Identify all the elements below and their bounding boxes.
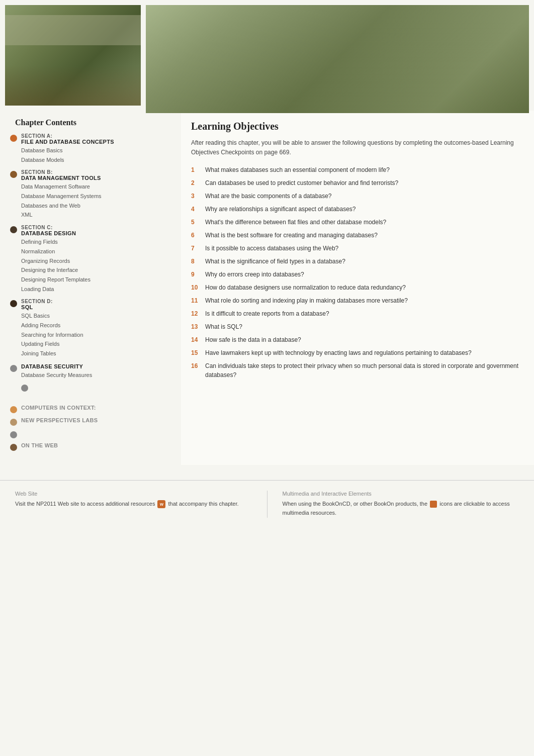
objective-item: 16 Can individuals take steps to protect… — [191, 361, 519, 380]
section-a-label: SECTION A: — [21, 133, 171, 139]
new-perspectives-icon — [10, 419, 17, 426]
list-item[interactable]: Searching for Information — [21, 330, 171, 340]
list-item[interactable]: Database Models — [21, 155, 171, 165]
top-right-image — [146, 5, 529, 113]
on-the-web-block: ON THE WEB — [10, 442, 171, 451]
obj-text: What makes databases such an essential c… — [205, 165, 390, 174]
section-d-title: SQL — [21, 304, 171, 310]
top-left-image — [5, 5, 141, 106]
list-item[interactable]: Updating Fields — [21, 339, 171, 349]
obj-number: 10 — [191, 283, 201, 292]
list-item[interactable]: Database Basics — [21, 146, 171, 155]
multimedia-title: Multimedia and Interactive Elements — [283, 491, 519, 497]
learning-objectives-title: Learning Objectives — [191, 121, 519, 132]
obj-number: 1 — [191, 165, 201, 174]
obj-text: What is SQL? — [205, 322, 242, 331]
chapter-contents-title: Chapter Contents — [10, 118, 171, 127]
section-a-dot — [10, 135, 17, 142]
objective-item: 7 Is it possible to access databases usi… — [191, 244, 519, 253]
objective-item: 14 How safe is the data in a database? — [191, 335, 519, 344]
obj-text: Can databases be used to predict custome… — [205, 178, 398, 187]
list-item[interactable]: XML — [21, 210, 171, 220]
list-item[interactable]: Database Management Systems — [21, 192, 171, 201]
obj-text: Why do errors creep into databases? — [205, 270, 304, 279]
objective-item: 3 What are the basic components of a dat… — [191, 192, 519, 201]
list-item[interactable]: Defining Fields — [21, 237, 171, 247]
section-a-content: SECTION A: FILE AND DATABASE CONCEPTS Da… — [21, 133, 171, 164]
objective-item: 8 What is the significance of field type… — [191, 257, 519, 266]
empty-dot — [21, 385, 28, 392]
obj-number: 7 — [191, 244, 201, 253]
objective-item: 9 Why do errors creep into databases? — [191, 270, 519, 279]
list-item[interactable]: Data Management Software — [21, 182, 171, 192]
objective-item: 1 What makes databases such an essential… — [191, 165, 519, 174]
website-text-1: Visit the NP2011 Web site to access addi… — [15, 501, 155, 507]
objective-item: 11 What role do sorting and indexing pla… — [191, 296, 519, 305]
section-d-items: SQL Basics Adding Records Searching for … — [21, 311, 171, 358]
multimedia-text: When using the BookOnCD, or other BookOn… — [283, 500, 519, 517]
obj-text: Can individuals take steps to protect th… — [205, 361, 519, 380]
objective-item: 6 What is the best software for creating… — [191, 231, 519, 240]
obj-number: 14 — [191, 335, 201, 344]
section-c-content: SECTION C: DATABASE DESIGN Defining Fiel… — [21, 225, 171, 294]
obj-text: What role do sorting and indexing play i… — [205, 296, 408, 305]
section-e-items: Database Security Measures — [21, 370, 171, 380]
list-item[interactable]: Designing the Interface — [21, 265, 171, 275]
dot-only-block — [10, 430, 171, 438]
sidebar: Chapter Contents SECTION A: FILE AND DAT… — [0, 111, 181, 465]
section-b-content: SECTION B: DATA MANAGEMENT TOOLS Data Ma… — [21, 169, 171, 220]
section-d-content: SECTION D: SQL SQL Basics Adding Records… — [21, 299, 171, 358]
new-perspectives-block: NEW PERSPECTIVES LABS — [10, 417, 171, 426]
list-item[interactable]: Normalization — [21, 247, 171, 256]
objective-item: 12 Is it difficult to create reports fro… — [191, 309, 519, 318]
section-e-block: DATABASE SECURITY Database Security Meas… — [10, 363, 171, 380]
objective-item: 15 Have lawmakers kept up with technolog… — [191, 348, 519, 357]
new-perspectives-label[interactable]: NEW PERSPECTIVES LABS — [21, 417, 98, 423]
obj-number: 8 — [191, 257, 201, 266]
footer-area: Web Site Visit the NP2011 Web site to ac… — [0, 480, 534, 527]
on-the-web-label[interactable]: ON THE WEB — [21, 442, 58, 448]
list-item[interactable]: Databases and the Web — [21, 201, 171, 211]
obj-number: 6 — [191, 231, 201, 240]
obj-number: 5 — [191, 218, 201, 227]
section-d-label: SECTION D: — [21, 299, 171, 304]
learning-intro: After reading this chapter, you will be … — [191, 138, 519, 157]
list-item[interactable]: Loading Data — [21, 285, 171, 294]
list-item[interactable]: Database Security Measures — [21, 370, 171, 380]
on-the-web-icon — [10, 444, 17, 451]
obj-number: 15 — [191, 348, 201, 357]
list-item[interactable]: Designing Report Templates — [21, 275, 171, 285]
list-item[interactable]: Adding Records — [21, 321, 171, 330]
obj-text: How do database designers use normalizat… — [205, 283, 406, 292]
web-icon[interactable]: w — [157, 500, 165, 508]
list-item[interactable]: SQL Basics — [21, 311, 171, 321]
obj-text: Is it difficult to create reports from a… — [205, 309, 329, 318]
obj-text: Have lawmakers kept up with technology b… — [205, 348, 472, 357]
book-icon — [430, 501, 437, 508]
obj-text: Is it possible to access databases using… — [205, 244, 338, 253]
objectives-list: 1 What makes databases such an essential… — [191, 165, 519, 380]
objective-item: 4 Why are relationships a significant as… — [191, 205, 519, 214]
section-c-label: SECTION C: — [21, 225, 171, 230]
multimedia-text-1: When using the BookOnCD, or other BookOn… — [283, 501, 428, 507]
section-b-items: Data Management Software Database Manage… — [21, 182, 171, 220]
section-c-title: DATABASE DESIGN — [21, 230, 171, 236]
footer-website: Web Site Visit the NP2011 Web site to ac… — [15, 491, 267, 517]
obj-number: 3 — [191, 192, 201, 201]
list-item[interactable]: Organizing Records — [21, 256, 171, 266]
section-b-label: SECTION B: — [21, 169, 171, 175]
website-text: Visit the NP2011 Web site to access addi… — [15, 500, 252, 509]
obj-text: What is the significance of field types … — [205, 257, 345, 266]
section-c-block: SECTION C: DATABASE DESIGN Defining Fiel… — [10, 225, 171, 294]
section-c-items: Defining Fields Normalization Organizing… — [21, 237, 171, 294]
footer-multimedia: Multimedia and Interactive Elements When… — [267, 491, 519, 517]
section-c-dot — [10, 226, 17, 233]
computers-in-context-label[interactable]: COMPUTERS IN CONTEXT: — [21, 405, 96, 411]
section-d-block: SECTION D: SQL SQL Basics Adding Records… — [10, 299, 171, 358]
obj-number: 12 — [191, 309, 201, 318]
section-a-block: SECTION A: FILE AND DATABASE CONCEPTS Da… — [10, 133, 171, 164]
obj-number: 9 — [191, 270, 201, 279]
obj-number: 11 — [191, 296, 201, 305]
main-layout: Chapter Contents SECTION A: FILE AND DAT… — [0, 111, 534, 465]
list-item[interactable]: Joining Tables — [21, 349, 171, 358]
